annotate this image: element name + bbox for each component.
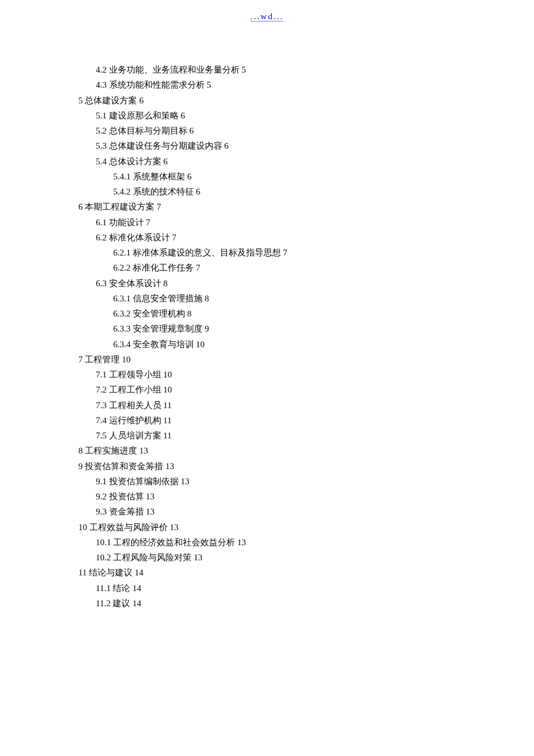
toc-entry: 7.2 工程工作小组 10 [78, 382, 534, 397]
toc-entry: 6.3.4 安全教育与培训 10 [78, 337, 534, 352]
toc-entry: 10.1 工程的经济效益和社会效益分析 13 [78, 535, 534, 550]
toc-entry: 6.2.1 标准体系建设的意义、目标及指导思想 7 [78, 245, 534, 260]
header-link[interactable]: ...wd... [0, 0, 534, 27]
toc-entry: 10 工程效益与风险评价 13 [78, 520, 534, 535]
toc-entry: 4.3 系统功能和性能需求分析 5 [78, 77, 534, 92]
toc-entry: 7 工程管理 10 [78, 352, 534, 367]
toc-entry: 11.2 建议 14 [78, 596, 534, 611]
toc-entry: 9.1 投资估算编制依据 13 [78, 474, 534, 489]
toc-entry: 11.1 结论 14 [78, 581, 534, 596]
toc-entry: 5.4.1 系统整体框架 6 [78, 169, 534, 184]
toc-entry: 6 本期工程建设方案 7 [78, 199, 534, 214]
header-link-text: ...wd... [251, 12, 284, 21]
toc-content: 4.2 业务功能、业务流程和业务量分析 54.3 系统功能和性能需求分析 55 … [0, 27, 534, 611]
toc-entry: 6.3.3 安全管理规章制度 9 [78, 321, 534, 336]
toc-entry: 6.2.2 标准化工作任务 7 [78, 260, 534, 275]
toc-entry: 5.4.2 系统的技术特征 6 [78, 184, 534, 199]
toc-entry: 4.2 业务功能、业务流程和业务量分析 5 [78, 62, 534, 77]
toc-entry: 7.4 运行维护机构 11 [78, 413, 534, 428]
toc-entry: 9.2 投资估算 13 [78, 489, 534, 504]
toc-entry: 6.3 安全体系设计 8 [78, 276, 534, 291]
toc-entry: 5.3 总体建设任务与分期建设内容 6 [78, 138, 534, 153]
toc-entry: 5 总体建设方案 6 [78, 93, 534, 108]
toc-entry: 9 投资估算和资金筹措 13 [78, 459, 534, 474]
toc-entry: 11 结论与建议 14 [78, 565, 534, 580]
toc-entry: 5.2 总体目标与分期目标 6 [78, 123, 534, 138]
toc-entry: 6.3.1 信息安全管理措施 8 [78, 291, 534, 306]
toc-entry: 7.1 工程领导小组 10 [78, 367, 534, 382]
toc-entry: 6.2 标准化体系设计 7 [78, 230, 534, 245]
toc-entry: 6.3.2 安全管理机构 8 [78, 306, 534, 321]
toc-entry: 5.1 建设原那么和策略 6 [78, 108, 534, 123]
toc-entry: 7.3 工程相关人员 11 [78, 398, 534, 413]
toc-entry: 8 工程实施进度 13 [78, 443, 534, 458]
toc-entry: 10.2 工程风险与风险对策 13 [78, 550, 534, 565]
toc-entry: 7.5 人员培训方案 11 [78, 428, 534, 443]
toc-entry: 9.3 资金筹措 13 [78, 504, 534, 519]
toc-entry: 5.4 总体设计方案 6 [78, 154, 534, 169]
toc-entry: 6.1 功能设计 7 [78, 215, 534, 230]
